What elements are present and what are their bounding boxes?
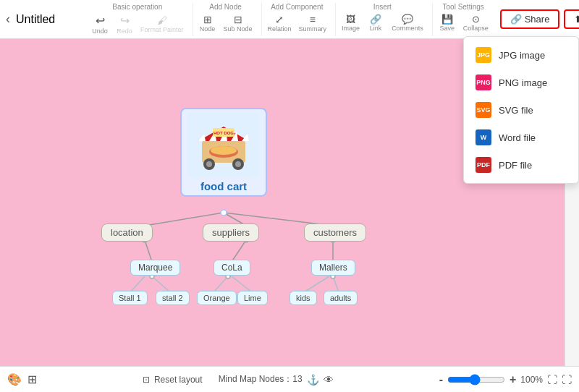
collapse-icon: ⊙	[472, 14, 480, 25]
group-items-toolsettings: 💾 Save ⊙ Collapse	[436, 12, 491, 33]
lime-node[interactable]: Lime	[237, 291, 268, 305]
format-painter-label: Format Painter	[140, 26, 184, 33]
redo-button[interactable]: ↪ Redo	[113, 12, 136, 36]
export-dropdown: JPG JPG image PNG PNG image SVG SVG file…	[463, 36, 579, 184]
collapse-button[interactable]: ⊙ Collapse	[460, 12, 491, 33]
svg-text:HOT DOG: HOT DOG	[214, 131, 234, 135]
group-label-addcomp: Add Component	[271, 3, 323, 11]
document-title: Untitled	[16, 13, 74, 26]
export-pdf-item[interactable]: PDF PDF file	[464, 151, 578, 179]
suppliers-node[interactable]: suppliers	[203, 223, 259, 242]
svg-point-31	[235, 161, 241, 167]
eye-icon[interactable]: 👁	[324, 374, 334, 385]
reset-layout-icon: ⊡	[143, 375, 150, 385]
undo-label: Undo	[92, 27, 108, 35]
group-basic-operation: Basic operation ↩ Undo ↪ Redo 🖌 Format P…	[88, 3, 193, 36]
orange-node[interactable]: Orange	[197, 291, 237, 305]
comments-icon: 💬	[402, 14, 413, 25]
sub-node-button[interactable]: ⊟ Sub Node	[221, 12, 255, 34]
svg-marker-25	[242, 134, 249, 141]
save-label: Save	[439, 25, 455, 32]
summary-icon: ≡	[310, 14, 316, 25]
fullscreen-icon[interactable]: ⛶	[562, 374, 572, 385]
word-label: Word file	[499, 132, 536, 143]
mallers-label: Mallers	[319, 263, 347, 273]
format-painter-button[interactable]: 🖌 Format Painter	[138, 13, 187, 35]
sub-node-label: Sub Node	[224, 25, 253, 33]
toolbar-groups: Basic operation ↩ Undo ↪ Redo 🖌 Format P…	[88, 3, 500, 36]
node-icon: ⊞	[203, 14, 212, 25]
node-label: Node	[200, 25, 216, 33]
save-button[interactable]: 💾 Save	[436, 12, 459, 33]
zoom-in-button[interactable]: +	[510, 373, 516, 386]
customers-node[interactable]: customers	[304, 223, 366, 242]
kids-label: kids	[296, 294, 310, 302]
cola-label: CoLa	[221, 263, 242, 273]
redo-label: Redo	[117, 27, 132, 35]
share-label: Share	[525, 14, 550, 25]
link-icon: 🔗	[370, 14, 381, 25]
bottom-left: 🎨 ⊞	[7, 372, 37, 386]
relation-button[interactable]: ⤢ Relation	[265, 12, 295, 34]
group-add-node: Add Node ⊞ Node ⊟ Sub Node	[196, 3, 262, 36]
sub-node-icon: ⊟	[234, 14, 242, 25]
svg-line-3	[145, 240, 152, 262]
link-button[interactable]: 🔗 Link	[364, 12, 387, 33]
kids-node[interactable]: kids	[290, 291, 317, 305]
export-word-item[interactable]: W Word file	[464, 124, 578, 151]
export-svg-item[interactable]: SVG SVG file	[464, 96, 578, 124]
suppliers-label: suppliers	[212, 227, 250, 238]
svg-line-11	[333, 276, 339, 292]
lime-label: Lime	[244, 294, 261, 302]
svg-icon: SVG	[476, 102, 491, 118]
reset-layout-label[interactable]: Reset layout	[154, 375, 203, 385]
word-icon: W	[476, 129, 491, 145]
svg-line-10	[304, 276, 329, 292]
root-node[interactable]: HOT DOG food cart	[180, 108, 267, 197]
stall1-node[interactable]: Stall 1	[112, 291, 148, 305]
mallers-node[interactable]: Mallers	[311, 260, 355, 276]
format-painter-icon: 🖌	[157, 14, 167, 26]
summary-label: Summary	[299, 25, 327, 33]
group-insert: Insert 🖼 Image 🔗 Link 💬 Comments	[339, 3, 433, 36]
share-button[interactable]: 🔗 Share	[500, 9, 560, 29]
node-button[interactable]: ⊞ Node	[196, 12, 219, 34]
summary-button[interactable]: ≡ Summary	[296, 12, 330, 34]
svg-marker-21	[198, 134, 206, 141]
toolbar: ‹ Untitled Basic operation ↩ Undo ↪ Redo…	[0, 0, 579, 39]
svg-line-4	[232, 240, 246, 262]
pdf-label: PDF file	[499, 160, 532, 171]
link-label: Link	[370, 25, 382, 32]
adults-node[interactable]: adults	[324, 291, 358, 305]
zoom-slider[interactable]	[447, 374, 505, 385]
bottom-bar: 🎨 ⊞ ⊡ Reset layout Mind Map Nodes：13 ⚓ 👁…	[0, 366, 579, 392]
zoom-out-button[interactable]: -	[439, 373, 443, 386]
theme-icon[interactable]: 🎨	[7, 372, 22, 386]
back-button[interactable]: ‹	[6, 12, 10, 27]
export-button[interactable]: ⬆ Export	[564, 9, 579, 29]
group-label-addnode: Add Node	[209, 3, 241, 11]
stall2-label: stall 2	[162, 294, 183, 302]
svg-point-29	[206, 161, 212, 167]
undo-button[interactable]: ↩ Undo	[88, 12, 111, 36]
location-node[interactable]: location	[101, 223, 153, 242]
root-node-image: HOT DOG	[187, 112, 260, 177]
fit-screen-icon[interactable]: ⛶	[547, 374, 557, 385]
png-icon: PNG	[476, 74, 491, 90]
grid-icon[interactable]: ⊞	[28, 372, 37, 386]
marquee-node[interactable]: Marquee	[130, 260, 180, 276]
location-label: location	[111, 227, 143, 238]
export-png-item[interactable]: PNG PNG image	[464, 69, 578, 96]
export-jpg-item[interactable]: JPG JPG image	[464, 41, 578, 69]
jpg-label: JPG image	[499, 50, 545, 61]
relation-label: Relation	[268, 25, 292, 33]
comments-button[interactable]: 💬 Comments	[389, 12, 426, 33]
svg-line-6	[130, 276, 145, 292]
collapse-label: Collapse	[463, 25, 489, 32]
stall2-node[interactable]: stall 2	[156, 291, 190, 305]
cola-node[interactable]: CoLa	[214, 260, 250, 276]
image-button[interactable]: 🖼 Image	[339, 12, 363, 33]
jpg-icon: JPG	[476, 47, 491, 63]
image-icon: 🖼	[346, 14, 355, 25]
svg-line-9	[232, 276, 252, 292]
